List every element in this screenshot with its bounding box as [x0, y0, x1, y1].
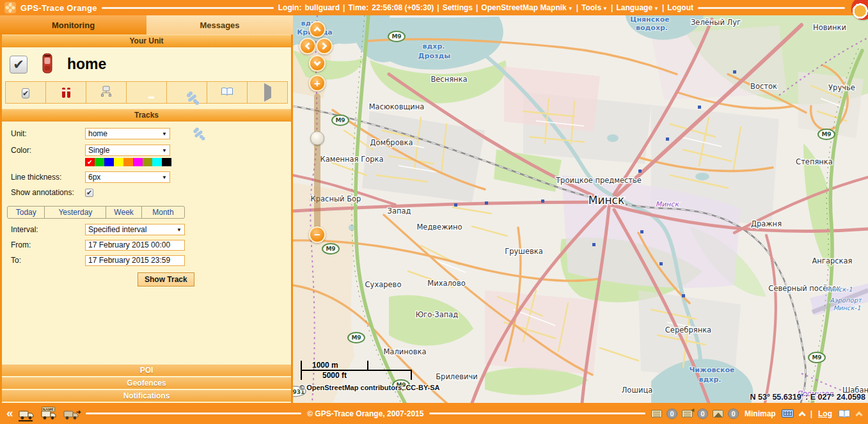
zoom-out-button[interactable]: − [309, 226, 326, 243]
select-checkbox-button[interactable]: ✔ [6, 82, 46, 103]
color-swatch-5[interactable] [133, 158, 143, 166]
time-label: Time: [348, 3, 368, 12]
media-icon[interactable] [713, 410, 723, 418]
map-label: Медвежино [416, 223, 462, 232]
log-book-icon[interactable] [838, 409, 851, 418]
month-button[interactable]: Month [141, 207, 184, 218]
show-track-button[interactable]: Show Track [138, 272, 194, 287]
pan-left-button[interactable] [299, 38, 316, 54]
chevron-down-icon: ▼ [162, 175, 167, 180]
menu-settings[interactable]: Settings [443, 3, 473, 12]
follow-units-icon[interactable]: ➜ [63, 407, 80, 420]
map-label: Дражня [751, 219, 782, 228]
sidebar-panel: Your Unit ✔ home ✔ Tracks [0, 35, 293, 403]
expand-log-icon[interactable] [855, 411, 862, 418]
color-swatch-3[interactable] [114, 158, 123, 166]
chevron-down-icon: ▼ [177, 227, 182, 233]
tab-monitoring[interactable]: Monitoring [0, 15, 146, 35]
unit-select[interactable]: home ▼ [85, 128, 170, 139]
select-checkbox-icon: ✔ [22, 87, 29, 98]
color-swatch-6[interactable] [143, 158, 152, 166]
map-label: вдхр. [423, 42, 445, 51]
connection-button[interactable] [86, 82, 127, 103]
interval-select[interactable]: Specified interval ▼ [85, 224, 185, 235]
section-poi[interactable]: POI [2, 365, 291, 376]
openstreetmap-canvas[interactable]: М9М9М9М9М9М9М9Н8931 вдхр.Криницавдхр.Дро… [293, 15, 868, 403]
color-swatch-0[interactable]: ✔ [85, 158, 95, 166]
color-swatch-1[interactable] [95, 158, 104, 166]
driver-message-icon[interactable] [682, 410, 693, 418]
menu-logout[interactable]: Logout [667, 3, 693, 12]
sensors-button[interactable] [46, 82, 86, 103]
log-link[interactable]: Log [818, 409, 832, 418]
today-button[interactable]: Today [8, 207, 44, 218]
map-label: Серебрянка [665, 326, 711, 334]
minimap-label[interactable]: Minimap [745, 409, 776, 418]
zoom-slider-track[interactable] [314, 93, 320, 232]
sidebar-bottom-sections: POIGeofencesNotifications [2, 363, 291, 403]
properties-wrench-button[interactable] [167, 82, 207, 103]
menu-openstreetmap-mapnik[interactable]: OpenStreetMap Mapnik▼ [481, 3, 572, 12]
registry-book-icon [221, 87, 233, 98]
chevron-up-icon [313, 27, 320, 34]
sidebar: Monitoring Messages Your Unit ✔ [0, 15, 293, 403]
events-note-icon[interactable] [651, 410, 662, 418]
pan-right-button[interactable] [316, 38, 333, 54]
to-date-input[interactable]: 17 February 2015 23:59 [85, 255, 185, 266]
unit-visibility-checkbox[interactable]: ✔ [10, 56, 28, 74]
unit-properties-wrench-icon[interactable] [193, 129, 203, 138]
separator: | [437, 3, 439, 12]
cursor-coordinates: N 53° 55.6319' : E 027° 24.0598 [750, 393, 865, 402]
show-unit-names-icon[interactable]: NAME [41, 407, 58, 420]
separator: | [810, 409, 812, 418]
map-area[interactable]: М9М9М9М9М9М9М9Н8931 вдхр.Криницавдхр.Дро… [293, 15, 868, 403]
color-swatch-7[interactable] [152, 158, 162, 166]
follow-play-button[interactable] [248, 82, 287, 103]
menu-tools[interactable]: Tools▼ [581, 3, 608, 12]
your-unit-header[interactable]: Your Unit [2, 35, 291, 47]
map-label: Минск-1 [825, 286, 852, 293]
annotations-checkbox[interactable]: ✔ [85, 189, 93, 197]
map-label: Каменная Горка [320, 155, 384, 164]
menu-language[interactable]: Language▼ [616, 3, 659, 12]
notification-counters: 000 [651, 409, 739, 419]
yesterday-button[interactable]: Yesterday [44, 207, 106, 218]
app-title: GPS-Trace Orange [20, 3, 97, 13]
pan-down-button[interactable] [309, 55, 326, 72]
minimap-icon[interactable] [782, 409, 794, 418]
tracks-header[interactable]: Tracks [2, 109, 291, 122]
color-swatch-2[interactable] [104, 158, 114, 166]
underline-mark [19, 420, 33, 421]
section-notifications[interactable]: Notifications [2, 390, 291, 402]
app-logo-icon [4, 2, 16, 13]
top-nav: Login: bullguard | Time: 22:56:08 (+05:3… [278, 3, 693, 12]
login-label: Login: [278, 3, 302, 12]
map-label: Новинки [813, 23, 846, 32]
week-button[interactable]: Week [106, 207, 141, 218]
road-badge-label: М9 [821, 131, 831, 137]
color-select[interactable]: Single ▼ [85, 145, 170, 156]
from-date-input[interactable]: 17 February 2015 00:00 [85, 240, 185, 251]
no-messages-button[interactable] [127, 82, 167, 103]
counter-badge: 0 [728, 409, 739, 419]
pan-up-button[interactable] [309, 21, 326, 38]
map-label: водохр. [636, 24, 668, 32]
collapse-sidebar-icon[interactable]: « [6, 407, 13, 419]
chevron-down-icon: ▼ [603, 6, 608, 12]
map-label: Веснянка [430, 75, 467, 84]
tab-messages[interactable]: Messages [146, 15, 293, 35]
zoom-slider-knob[interactable] [310, 131, 324, 145]
show-track-trucks-icon[interactable] [19, 407, 35, 420]
map-label: Запад [388, 207, 411, 216]
section-geofences[interactable]: Geofences [2, 377, 291, 389]
color-swatch-4[interactable] [123, 158, 133, 166]
expand-up-icon[interactable] [798, 411, 805, 418]
color-swatch-8[interactable] [162, 158, 171, 166]
separator: | [576, 3, 578, 12]
counter-badge: 0 [697, 409, 708, 419]
zoom-in-button[interactable]: + [309, 75, 326, 91]
thickness-select[interactable]: 6px ▼ [85, 171, 170, 183]
map-label: Восток [750, 82, 777, 91]
map-label: Малиновка [383, 347, 426, 356]
registry-book-button[interactable] [207, 82, 248, 103]
